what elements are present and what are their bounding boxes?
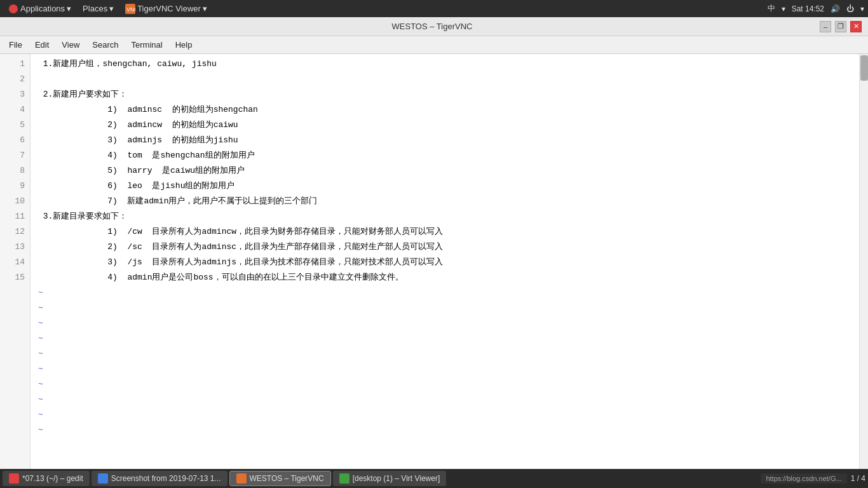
taskbar-app-icon (339, 473, 349, 484)
taskbar-item[interactable]: [desktop (1) – Virt Viewer] (333, 471, 447, 486)
code-line: 6) leo 是jishu组的附加用户 (38, 179, 859, 194)
code-line: 4) tom 是shengchan组的附加用户 (38, 148, 859, 163)
taskbar-app-icon (236, 473, 247, 484)
code-line: 3) adminjs 的初始组为jishu (38, 133, 859, 148)
code-line: 5) harry 是caiwu组的附加用户 (38, 163, 859, 179)
menu-view[interactable]: View (55, 37, 86, 52)
power-icon[interactable]: ⏻ (846, 4, 854, 13)
line-number (0, 407, 30, 423)
system-bar-left: Applications ▾ Places ▾ VNC TigerVNC Vie… (4, 3, 212, 15)
svg-point-0 (9, 4, 18, 13)
input-chevron-icon: ▾ (782, 4, 785, 13)
menu-search[interactable]: Search (86, 37, 125, 52)
line-numbers: 123456789101112131415 (0, 54, 31, 488)
code-line: ~ (38, 346, 859, 362)
gnome-icon (8, 4, 18, 14)
code-line: 1.新建用户组，shengchan, caiwu, jishu (38, 57, 859, 72)
close-button[interactable]: ✕ (850, 21, 862, 32)
places-menu[interactable]: Places ▾ (78, 3, 118, 15)
line-number: 6 (0, 133, 30, 148)
taskbar-page: 1 / 4 (851, 474, 865, 483)
taskbar-url[interactable]: https://blog.csdn.net/G... (761, 473, 846, 484)
line-number: 1 (0, 57, 30, 72)
system-bar: Applications ▾ Places ▾ VNC TigerVNC Vie… (0, 0, 868, 17)
line-number: 4 (0, 102, 30, 118)
code-line: 1) adminsc 的初始组为shengchan (38, 102, 859, 118)
line-number: 10 (0, 194, 30, 209)
line-number: 2 (0, 72, 30, 87)
taskbar-app-icon (98, 473, 108, 484)
taskbar-app-icon (9, 473, 19, 484)
taskbar-item[interactable]: WESTOS – TigerVNC (229, 471, 331, 486)
apps-chevron-icon: ▾ (67, 4, 71, 13)
code-line: ~ (38, 392, 859, 407)
line-number: 7 (0, 148, 30, 163)
code-line: ~ (38, 423, 859, 438)
datetime: Sat 14:52 (792, 4, 824, 13)
menu-terminal[interactable]: Terminal (125, 37, 169, 52)
line-number: 5 (0, 118, 30, 133)
tigervnc-icon: VNC (125, 4, 135, 14)
line-number (0, 285, 30, 301)
app-icon[interactable]: Applications ▾ (4, 3, 76, 15)
code-line: ~ (38, 331, 859, 346)
line-number: 15 (0, 270, 30, 285)
vnc-label: TigerVNC Viewer (137, 4, 201, 13)
line-number (0, 316, 30, 331)
taskbar-right: https://blog.csdn.net/G... 1 / 4 (761, 473, 865, 484)
editor-area[interactable]: 123456789101112131415 1.新建用户组，shengchan,… (0, 54, 868, 488)
volume-icon[interactable]: 🔊 (831, 4, 840, 13)
code-line: ~ (38, 301, 859, 316)
taskbar-item[interactable]: Screenshot from 2019-07-13 1... (92, 471, 227, 486)
taskbar-item-label: Screenshot from 2019-07-13 1... (111, 474, 221, 483)
taskbar-item-label: WESTOS – TigerVNC (250, 474, 324, 483)
vnc-window-title: WESTOS – TigerVNC (44, 22, 820, 31)
line-number (0, 392, 30, 407)
menu-help[interactable]: Help (169, 37, 199, 52)
line-number: 12 (0, 224, 30, 240)
line-number (0, 377, 30, 392)
line-number (0, 301, 30, 316)
code-line: ~ (38, 362, 859, 377)
applications-label[interactable]: Applications (20, 4, 65, 13)
taskbar-items: *07.13 (~/) – geditScreenshot from 2019-… (3, 471, 446, 486)
taskbar-item[interactable]: *07.13 (~/) – gedit (3, 471, 90, 486)
gedit-menu-bar: File Edit View Search Terminal Help (0, 36, 868, 54)
menu-file[interactable]: File (3, 37, 29, 52)
line-number (0, 423, 30, 438)
places-label: Places (83, 4, 107, 13)
input-method[interactable]: 中 (768, 3, 775, 14)
menu-edit[interactable]: Edit (29, 37, 55, 52)
code-line: 3) /js 目录所有人为adminjs，此目录为技术部存储目录，只能对技术部人… (38, 255, 859, 270)
gedit-window: File Edit View Search Terminal Help 1234… (0, 36, 868, 488)
taskbar-item-label: *07.13 (~/) – gedit (22, 474, 83, 483)
vnc-title-bar: WESTOS – TigerVNC – ❐ ✕ (0, 17, 868, 36)
taskbar-item-label: [desktop (1) – Virt Viewer] (353, 474, 440, 483)
code-line: ~ (38, 407, 859, 423)
code-line: 4) admin用户是公司boss，可以自由的在以上三个目录中建立文件删除文件。 (38, 270, 859, 285)
code-line: 1) /cw 目录所有人为admincw，此目录为财务部存储目录，只能对财务部人… (38, 224, 859, 240)
line-number: 9 (0, 179, 30, 194)
power-chevron-icon: ▾ (860, 4, 864, 13)
code-line: 2.新建用户要求如下： (38, 87, 859, 102)
vnc-chevron-icon: ▾ (203, 4, 207, 13)
code-line (38, 72, 859, 87)
line-number: 8 (0, 163, 30, 179)
code-line: 2) /sc 目录所有人为adminsc，此目录为生产部存储目录，只能对生产部人… (38, 240, 859, 255)
code-content[interactable]: 1.新建用户组，shengchan, caiwu, jishu 2.新建用户要求… (31, 54, 859, 488)
minimize-button[interactable]: – (820, 21, 831, 32)
code-line: 3.新建目录要求如下： (38, 209, 859, 224)
line-number: 11 (0, 209, 30, 224)
line-number (0, 346, 30, 362)
line-number (0, 331, 30, 346)
maximize-button[interactable]: ❐ (835, 21, 846, 32)
line-number (0, 362, 30, 377)
vnc-title-controls: – ❐ ✕ (820, 21, 862, 32)
line-number: 14 (0, 255, 30, 270)
vnc-menu[interactable]: VNC TigerVNC Viewer ▾ (121, 3, 212, 15)
system-bar-right: 中 ▾ Sat 14:52 🔊 ⏻ ▾ (768, 3, 864, 14)
vnc-window: WESTOS – TigerVNC – ❐ ✕ File Edit View S… (0, 17, 868, 488)
code-line: ~ (38, 316, 859, 331)
places-chevron-icon: ▾ (109, 4, 114, 13)
editor-scrollbar[interactable] (859, 54, 868, 488)
